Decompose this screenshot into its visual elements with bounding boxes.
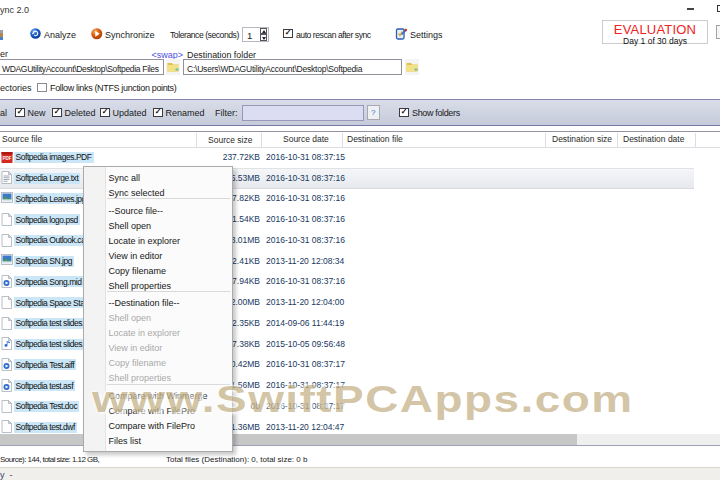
svg-text:PDF: PDF [3, 156, 12, 161]
